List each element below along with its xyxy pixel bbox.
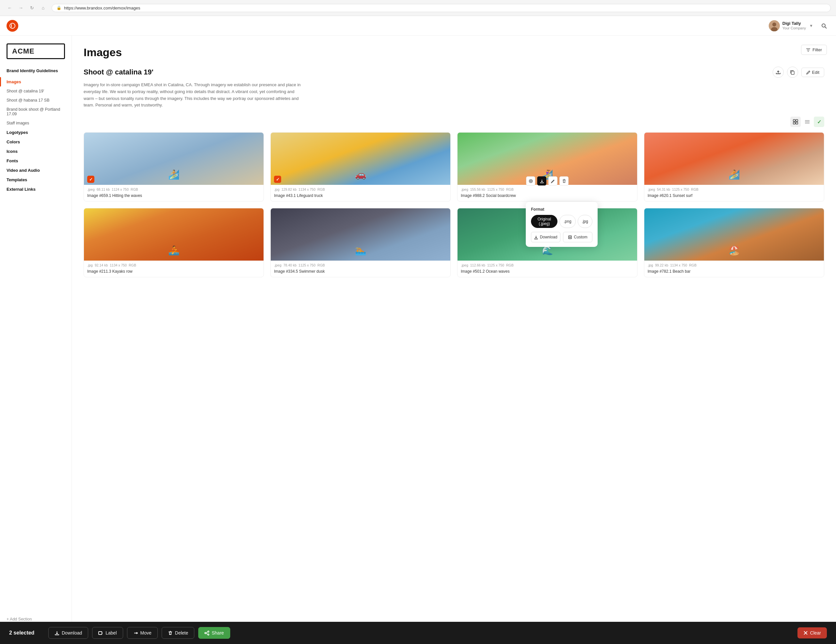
image-format-1: .jpeg: [87, 188, 95, 191]
add-section-button[interactable]: + Add Section: [0, 612, 72, 621]
image-thumb-2: 🚗: [271, 132, 450, 185]
image-name-6: Image #334.5 Swimmer dusk: [271, 268, 450, 277]
svg-point-5: [822, 24, 825, 27]
format-opt-png[interactable]: .png: [559, 215, 575, 228]
image-size-4: 54.31 kb: [657, 188, 670, 191]
chevron-down-icon: ▼: [809, 23, 813, 28]
format-download-label: Download: [540, 235, 557, 239]
address-bar[interactable]: 🔒 https://www.brandox.com/demox/images: [52, 4, 831, 12]
image-checkbox-2[interactable]: ✓: [274, 176, 281, 183]
edit-button[interactable]: Edit: [802, 68, 824, 77]
format-custom-label: Custom: [574, 235, 587, 239]
sidebar-item-habana[interactable]: Shoot @ habana 17 SB: [0, 96, 72, 105]
image-dims-7: 1125 x 750: [487, 263, 504, 267]
lock-icon: 🔒: [57, 5, 61, 10]
image-color-4: RGB: [691, 188, 699, 191]
toolbar-share-button[interactable]: Share: [198, 627, 230, 639]
image-dims-3: 1125 x 750: [487, 188, 504, 191]
sidebar-item-portland[interactable]: Brand book shoot @ Portland 17.09: [0, 105, 72, 119]
home-button[interactable]: ⌂: [39, 3, 48, 12]
list-view-button[interactable]: [802, 116, 813, 127]
upload-button[interactable]: [772, 67, 784, 78]
image-size-8: 99.22 kb: [655, 263, 668, 267]
image-name-3: Image #988.2 Social boardcrew: [457, 193, 637, 201]
format-download-btn[interactable]: Download: [531, 232, 560, 242]
grid-view-button[interactable]: [790, 116, 801, 127]
sidebar-item-images[interactable]: Images: [0, 77, 72, 87]
image-meta-8: .jpg 99.22 kb 1134 x 750 RGB: [644, 261, 824, 268]
sidebar-item-fonts[interactable]: Fonts: [0, 156, 72, 165]
search-button[interactable]: [818, 20, 829, 31]
sidebar-item-staff[interactable]: Staff images: [0, 119, 72, 128]
card-3-edit-btn[interactable]: [548, 177, 557, 185]
image-size-6: 78.40 kb: [284, 263, 297, 267]
browser-chrome: ← → ↻ ⌂ 🔒 https://www.brandox.com/demox/…: [0, 0, 836, 16]
image-meta-5: .jpg 92.14 kb 1134 x 750 RGB: [84, 261, 263, 268]
sidebar-item-video-audio[interactable]: Video and Audio: [0, 165, 72, 175]
image-format-7: .jpeg: [461, 263, 468, 267]
image-color-2: RGB: [317, 188, 325, 191]
toolbar-delete-label: Delete: [175, 630, 188, 636]
image-name-4: Image #620.1 Sunset surf: [644, 193, 824, 201]
image-dims-5: 1134 x 750: [110, 263, 127, 267]
toolbar-label-button[interactable]: Label: [92, 627, 123, 639]
section-title: Shoot @ catalina 19': [83, 68, 153, 77]
refresh-button[interactable]: ↻: [28, 3, 37, 12]
forward-button[interactable]: →: [16, 3, 26, 12]
format-popup-title: Format: [531, 207, 593, 212]
image-format-8: .jpg: [648, 263, 653, 267]
image-name-1: Image #659.1 Hitting the waves: [84, 193, 263, 201]
toolbar-clear-button[interactable]: Clear: [797, 627, 827, 639]
image-thumb-5: 🚣: [84, 208, 263, 261]
card-3-delete-btn[interactable]: [559, 177, 568, 185]
user-profile[interactable]: Digi Tally Your Company ▼: [769, 20, 813, 31]
format-actions: Download Custom: [531, 232, 593, 242]
toolbar-download-label: Download: [62, 630, 82, 636]
image-name-7: Image #501.2 Ocean waves: [457, 268, 637, 277]
toolbar-delete-button[interactable]: Delete: [162, 627, 194, 639]
image-card-4: 🏄 .jpeg 54.31 kb 1125 x 750 RGB Image #6…: [644, 132, 824, 201]
format-custom-btn[interactable]: Custom: [563, 232, 593, 242]
card-3-view-btn[interactable]: [526, 177, 535, 185]
sidebar-item-logotypes[interactable]: Logotypes: [0, 128, 72, 137]
toolbar-label-label: Label: [106, 630, 117, 636]
image-size-7: 112.66 kb: [470, 263, 485, 267]
image-color-1: RGB: [131, 188, 138, 191]
image-color-8: RGB: [689, 263, 697, 267]
sidebar-item-templates[interactable]: Templates: [0, 175, 72, 185]
filter-button[interactable]: Filter: [801, 45, 827, 55]
svg-line-6: [825, 27, 826, 28]
copy-button[interactable]: [787, 67, 798, 78]
svg-point-26: [208, 631, 209, 632]
svg-rect-24: [99, 632, 102, 634]
image-size-2: 129.82 kb: [281, 188, 297, 191]
image-format-3: .jpeg: [461, 188, 468, 191]
sidebar-item-colors[interactable]: Colors: [0, 137, 72, 147]
edit-label: Edit: [812, 70, 819, 75]
top-nav: Digi Tally Your Company ▼: [0, 16, 836, 36]
image-color-3: RGB: [506, 188, 514, 191]
sidebar-item-catalina[interactable]: Shoot @ catalina 19': [0, 87, 72, 96]
sidebar-item-external-links[interactable]: External Links: [0, 185, 72, 194]
content-area: Filter Images Shoot @ catalina 19': [72, 36, 836, 642]
svg-point-19: [529, 179, 532, 183]
toolbar-move-button[interactable]: Move: [127, 627, 158, 639]
image-size-3: 155.56 kb: [470, 188, 485, 191]
image-card-6: 🏊 .jpeg 78.40 kb 1125 x 750 RGB Image #3…: [270, 208, 451, 277]
image-checkbox-1[interactable]: ✓: [87, 176, 95, 183]
scrollable-content: Filter Images Shoot @ catalina 19': [83, 46, 824, 310]
user-name: Digi Tally: [782, 21, 806, 26]
section-header: Shoot @ catalina 19': [83, 67, 824, 78]
image-color-7: RGB: [506, 263, 514, 267]
toolbar-download-button[interactable]: Download: [48, 627, 88, 639]
brand-logo: ACME: [7, 43, 65, 59]
format-options: Original (.jpeg) .png .jpg: [531, 215, 593, 228]
format-opt-jpg[interactable]: .jpg: [578, 215, 593, 228]
check-view-button[interactable]: ✓: [814, 116, 824, 127]
format-opt-original[interactable]: Original (.jpeg): [531, 215, 557, 228]
format-popup: Format Original (.jpeg) .png .jpg: [526, 202, 598, 247]
sidebar-item-icons[interactable]: Icons: [0, 147, 72, 156]
back-button[interactable]: ←: [5, 3, 15, 12]
toolbar-share-label: Share: [212, 630, 224, 636]
card-3-download-btn[interactable]: [537, 177, 546, 185]
